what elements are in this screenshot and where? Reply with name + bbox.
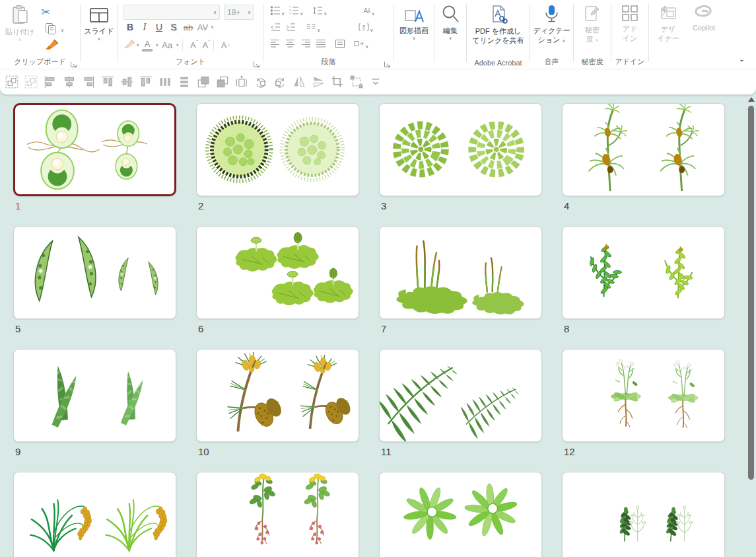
increase-indent-button[interactable] bbox=[285, 22, 296, 33]
slide-thumbnail-12[interactable] bbox=[562, 349, 725, 442]
align-middle-icon[interactable] bbox=[120, 75, 133, 89]
bullet-list-button[interactable]: ∨ bbox=[270, 5, 285, 17]
chevron-down-icon[interactable]: ∨ bbox=[176, 42, 179, 48]
change-case-button[interactable]: Aa bbox=[159, 40, 175, 50]
dictate-button[interactable]: ディクテー ション ∨ bbox=[530, 0, 573, 44]
copilot-button[interactable]: Copilot bbox=[687, 0, 720, 32]
clipboard-dialog-launcher[interactable] bbox=[70, 59, 77, 66]
editing-button[interactable]: 編集 ∨ bbox=[434, 0, 466, 41]
align-right-button[interactable] bbox=[300, 38, 312, 50]
align-center-button[interactable] bbox=[285, 38, 296, 50]
cut-button[interactable]: ✂ bbox=[41, 5, 50, 19]
bold-button[interactable]: B bbox=[123, 22, 137, 32]
line-spacing-button[interactable]: ∨ bbox=[312, 5, 327, 17]
slide-thumbnail-4[interactable] bbox=[562, 103, 725, 196]
distribute-rows-button[interactable] bbox=[335, 38, 346, 50]
slide-art-pine bbox=[197, 350, 359, 441]
collapse-ribbon-button[interactable]: ⌄ bbox=[739, 55, 745, 63]
align-right-icon[interactable] bbox=[82, 75, 95, 89]
addins-button[interactable]: アド イン bbox=[611, 0, 648, 43]
ribbon-group-sensitivity: 秘密 度 ∨ 秘密度 bbox=[574, 0, 611, 69]
text-shadow-button[interactable]: S bbox=[167, 22, 180, 32]
acrobat-group-label: Adobe Acrobat bbox=[467, 59, 530, 67]
edit-points-icon[interactable] bbox=[350, 75, 363, 89]
distribute-vertical-icon[interactable] bbox=[178, 75, 191, 89]
slide-thumbnail-11[interactable] bbox=[379, 349, 542, 442]
chevron-down-icon[interactable]: ∨ bbox=[136, 42, 139, 48]
align-top-icon[interactable] bbox=[101, 75, 114, 89]
slide-thumbnail-7[interactable] bbox=[379, 226, 542, 319]
slide-thumbnail-9[interactable] bbox=[13, 349, 176, 442]
slide-thumbnail-2[interactable] bbox=[196, 103, 359, 196]
strikethrough-button[interactable]: ab bbox=[182, 22, 195, 32]
resize-object-icon[interactable] bbox=[235, 75, 248, 89]
ribbon-group-voice: ディクテー ション ∨ 音声 bbox=[530, 0, 573, 69]
designer-button[interactable]: デザ イナー bbox=[649, 0, 687, 43]
create-pdf-button[interactable]: PDF を作成し てリンクを共有 bbox=[467, 0, 530, 45]
numbered-list-button[interactable]: ∨ bbox=[289, 5, 303, 17]
copy-dropdown-arrow-icon[interactable]: ∨ bbox=[61, 28, 64, 33]
paragraph-dialog-launcher[interactable] bbox=[384, 59, 391, 66]
paste-button[interactable]: 貼り付け ∨ bbox=[5, 0, 34, 42]
scrollbar-thumb[interactable] bbox=[748, 106, 754, 480]
ribbon-group-designer: デザ イナー bbox=[649, 0, 687, 69]
slide-thumbnail-3[interactable] bbox=[379, 103, 542, 196]
convert-smartart-button[interactable]: ∨ bbox=[354, 38, 368, 50]
flip-vertical-icon[interactable] bbox=[312, 75, 325, 89]
voice-group-label: 音声 bbox=[530, 57, 573, 67]
rotate-left-icon[interactable] bbox=[254, 75, 267, 89]
chevron-down-icon[interactable]: ∨ bbox=[211, 24, 214, 30]
slide-thumbnail-14[interactable] bbox=[196, 472, 359, 557]
chevron-down-icon: ∨ bbox=[595, 38, 598, 42]
columns-button[interactable]: ∨ bbox=[306, 22, 320, 33]
slide-cell-11: 11 bbox=[379, 349, 542, 457]
drawing-button[interactable]: 図形描画 ∨ bbox=[394, 0, 434, 41]
send-backward-icon[interactable] bbox=[216, 75, 229, 89]
bring-forward-icon[interactable] bbox=[197, 75, 210, 89]
slide-cell-15: 15 bbox=[379, 472, 542, 557]
sensitivity-label-line2: 度 ∨ bbox=[586, 35, 598, 44]
justify-button[interactable] bbox=[316, 38, 327, 50]
ungroup-objects-icon[interactable] bbox=[24, 75, 38, 89]
character-spacing-button[interactable]: AV bbox=[196, 22, 209, 32]
slide-thumbnail-1[interactable] bbox=[13, 103, 176, 196]
slide-cell-10: 10 bbox=[196, 349, 359, 457]
slide-thumbnail-13[interactable] bbox=[13, 472, 176, 557]
ribbon-group-font: ∨ 18+ ∨ B I U S ab AV ∨ ∨ A ∨ Aa ∨ Aˆ Aˇ… bbox=[118, 0, 263, 69]
italic-button[interactable]: I bbox=[138, 22, 151, 32]
align-bottom-icon[interactable] bbox=[139, 75, 153, 89]
underline-button[interactable]: U bbox=[153, 22, 166, 32]
text-direction-button[interactable]: ∨ bbox=[360, 5, 374, 17]
copy-button[interactable] bbox=[45, 22, 57, 38]
slide-art-closterium bbox=[14, 227, 176, 318]
slide-thumbnail-10[interactable] bbox=[196, 349, 359, 442]
align-left-button[interactable] bbox=[270, 38, 281, 50]
slide-thumbnail-8[interactable] bbox=[562, 226, 725, 319]
slide-thumbnail-6[interactable] bbox=[196, 226, 359, 319]
align-text-button[interactable]: ∨ bbox=[359, 22, 373, 33]
chevron-down-icon[interactable]: ∨ bbox=[155, 42, 158, 48]
flip-horizontal-icon[interactable] bbox=[292, 75, 306, 89]
format-painter-button[interactable] bbox=[45, 38, 59, 53]
font-size-select[interactable]: 18+ ∨ bbox=[224, 5, 254, 20]
scrollbar-up-arrow-icon[interactable] bbox=[748, 97, 755, 102]
font-dialog-launcher[interactable] bbox=[253, 59, 260, 66]
slide-thumbnail-5[interactable] bbox=[13, 226, 176, 319]
decrease-indent-button[interactable] bbox=[270, 22, 281, 33]
crop-icon[interactable] bbox=[331, 75, 344, 89]
rotate-right-icon[interactable] bbox=[273, 75, 287, 89]
highlight-pen-icon[interactable] bbox=[123, 38, 135, 52]
vertical-scrollbar[interactable] bbox=[747, 95, 756, 557]
toolbar-overflow-icon[interactable] bbox=[369, 75, 382, 89]
slide-thumbnail-16[interactable] bbox=[562, 472, 725, 557]
slide-art-chara bbox=[563, 104, 724, 196]
font-color-button[interactable]: A bbox=[142, 39, 153, 52]
align-center-icon[interactable] bbox=[63, 75, 76, 89]
font-name-select[interactable]: ∨ bbox=[123, 5, 220, 20]
sensitivity-button[interactable]: 秘密 度 ∨ bbox=[574, 0, 611, 44]
align-left-icon[interactable] bbox=[44, 75, 57, 89]
distribute-horizontal-icon[interactable] bbox=[158, 75, 172, 89]
slide-thumbnail-15[interactable] bbox=[379, 472, 542, 557]
group-objects-icon[interactable] bbox=[5, 75, 18, 89]
slides-button[interactable]: スライド ∨ bbox=[81, 0, 118, 42]
